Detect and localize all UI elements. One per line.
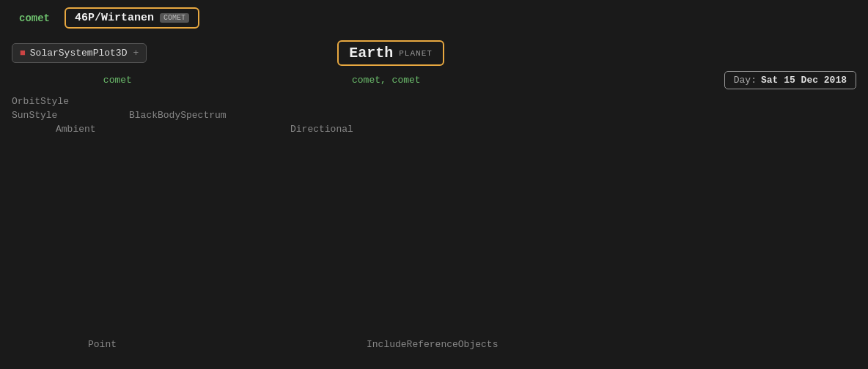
lighting-row: Ambient Directional: [12, 124, 856, 135]
lighting-directional: Directional: [290, 124, 353, 135]
day-badge[interactable]: Day: Sat 15 Dec 2018: [724, 71, 856, 89]
sun-style-key: SunStyle: [12, 110, 129, 121]
tab-wirtanen-name: 46P/Wirtanen: [75, 12, 154, 24]
lighting-ambient: Ambient: [56, 124, 290, 135]
solar-system-label: SolarSystemPlot3D: [30, 48, 128, 59]
day-value: Sat 15 Dec 2018: [761, 75, 847, 86]
bottom-row: Point IncludeReferenceObjects: [0, 335, 868, 354]
spacer2: [12, 152, 856, 167]
sun-style-row: SunStyle BlackBodySpectrum: [12, 110, 856, 121]
earth-label: Earth: [349, 45, 393, 61]
day-label: Day:: [734, 75, 757, 86]
bottom-point: Point: [88, 339, 367, 350]
tab-wirtanen[interactable]: 46P/Wirtanen COMET: [65, 7, 199, 29]
bottom-include: IncludeReferenceObjects: [367, 339, 498, 350]
tab-wirtanen-badge: COMET: [160, 13, 189, 23]
tab-comet[interactable]: comet: [12, 10, 57, 27]
spacer: [12, 138, 856, 152]
comet-pair: comet, comet: [352, 75, 421, 86]
solar-icon: ■: [20, 48, 26, 59]
tab-comet-label: comet: [19, 12, 50, 24]
dots-prefix: [12, 75, 103, 86]
orbit-style-row: OrbitStyle: [12, 96, 856, 107]
earth-badge[interactable]: Earth PLANET: [337, 40, 444, 66]
comet-left: comet: [103, 75, 132, 86]
options-section: OrbitStyle SunStyle BlackBodySpectrum Am…: [0, 90, 868, 173]
orbit-style-key: OrbitStyle: [12, 96, 129, 107]
sun-style-value: BlackBodySpectrum: [129, 110, 227, 121]
earth-badge-text: PLANET: [399, 49, 433, 58]
params-row: comet comet, comet Day: Sat 15 Dec 2018: [0, 70, 868, 90]
second-row: ■ SolarSystemPlot3D + Earth PLANET: [0, 36, 868, 70]
solar-system-button[interactable]: ■ SolarSystemPlot3D +: [12, 43, 147, 63]
tab-bar: comet 46P/Wirtanen COMET: [0, 0, 868, 36]
solar-system-plus: +: [133, 48, 139, 59]
